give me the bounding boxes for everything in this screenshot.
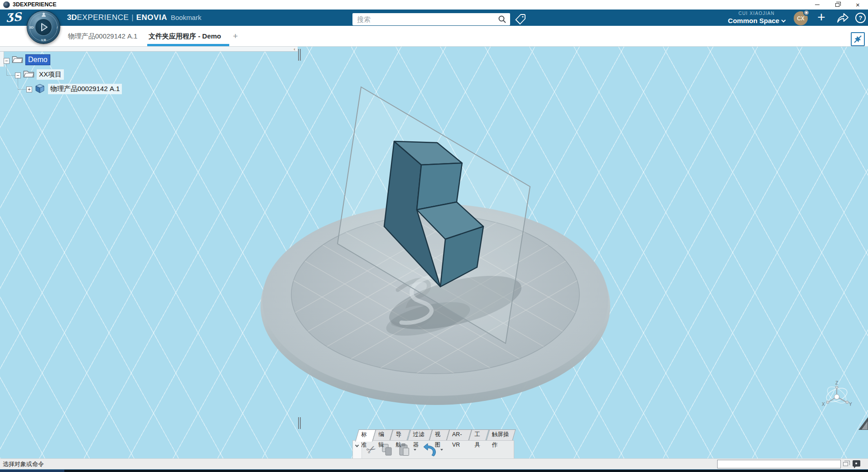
- tree-connector: [7, 75, 15, 76]
- user-context[interactable]: CUI XIAOJIAN Common Space: [720, 11, 793, 24]
- search-input[interactable]: [352, 15, 498, 23]
- tree-connector: [18, 78, 18, 89]
- status-message: 选择对象或命令: [3, 459, 44, 469]
- chat-bubble-icon[interactable]: [853, 460, 860, 467]
- compass-play-icon: [42, 24, 47, 31]
- tree-connector: [6, 64, 7, 75]
- user-name: CUI XIAOJIAN: [720, 11, 793, 16]
- tree-expander-product[interactable]: +: [26, 87, 32, 92]
- splitter-grip-bottom[interactable]: [298, 417, 301, 429]
- collapse-view-button[interactable]: [851, 32, 865, 46]
- toolbar-tab-arvr[interactable]: AR-VR: [448, 429, 470, 440]
- search-icon[interactable]: [498, 15, 506, 24]
- brand-title: 3DEXPERIENCE|ENOVIABookmark: [67, 10, 201, 26]
- app-window-icon: [3, 1, 10, 8]
- tree-expander-project[interactable]: −: [15, 72, 21, 78]
- tag-icon[interactable]: [515, 14, 526, 25]
- add-tab-button[interactable]: +: [233, 26, 238, 47]
- 3dexperience-compass[interactable]: 3D V.R i: [27, 10, 60, 44]
- taskbar-edge: [0, 469, 868, 472]
- toolbar-icon-row: ✂: [352, 440, 514, 459]
- window-title: 3DEXPERIENCE: [13, 0, 57, 10]
- axis-y-label: Y: [849, 402, 852, 407]
- active-tab-underline: [147, 44, 229, 46]
- tree-expander-demo[interactable]: −: [4, 58, 10, 64]
- toolbar-tab-edit[interactable]: 编辑: [374, 429, 391, 440]
- action-toolbar: 标准 编辑 导航 过滤器 视图 AR-VR 工具 触屏操作 ✂: [352, 429, 514, 459]
- tree-connector: [18, 89, 26, 90]
- tree-item-project[interactable]: XX项目: [37, 69, 64, 80]
- avatar-initials: CX: [797, 15, 805, 22]
- tree-hscrollbar[interactable]: ‹: [0, 47, 298, 52]
- toolbar-tabs: 标准 编辑 导航 过滤器 视图 AR-VR 工具 触屏操作: [357, 429, 514, 440]
- window-small-icon[interactable]: [843, 462, 848, 466]
- avatar-status-badge: [803, 10, 810, 16]
- window-titlebar[interactable]: 3DEXPERIENCE ×: [0, 0, 868, 10]
- compass-core[interactable]: [35, 19, 52, 36]
- brand-experience: EXPERIENCE: [77, 13, 129, 22]
- toolbar-tab-standard[interactable]: 标准: [357, 429, 374, 440]
- tree-item-demo[interactable]: Demo: [25, 54, 50, 65]
- restore-icon: [835, 3, 839, 7]
- toolbar-tab-view[interactable]: 视图: [431, 429, 448, 440]
- compass-vr-label: V.R: [41, 39, 46, 42]
- power-input-field[interactable]: [717, 460, 841, 468]
- tab-physical-product[interactable]: 物理产品00029142 A.1: [68, 26, 137, 47]
- collapse-arrows-icon: [852, 33, 864, 45]
- share-icon[interactable]: [836, 12, 849, 24]
- part-icon[interactable]: [34, 83, 46, 94]
- toolbar-tab-navigate[interactable]: 导航: [391, 429, 409, 440]
- splitter-grip-top[interactable]: [298, 49, 301, 61]
- taskbar-active-segment: [0, 470, 64, 472]
- top-bar: ƷS 3D V.R i 3DEXPERIENCE|ENOVIABookmark …: [0, 10, 868, 26]
- toolbar-tab-filter[interactable]: 过滤器: [409, 429, 431, 440]
- close-button[interactable]: ×: [848, 0, 868, 10]
- add-content-button[interactable]: +: [813, 10, 830, 26]
- tree-item-product[interactable]: 物理产品00029142 A.1: [48, 84, 122, 94]
- brand-context: Bookmark: [167, 14, 202, 21]
- minimize-button[interactable]: [807, 0, 827, 10]
- status-bar: 选择对象或命令: [0, 458, 868, 469]
- page-curl[interactable]: [858, 417, 868, 430]
- brand-divider: |: [129, 13, 136, 22]
- brand-3d: 3D: [67, 13, 77, 22]
- restore-button[interactable]: [827, 0, 848, 10]
- axis-x-label: X: [822, 402, 825, 407]
- folder-icon[interactable]: [12, 55, 23, 63]
- chevron-down-icon: [355, 443, 359, 447]
- compass-3d-label: 3D: [29, 25, 34, 29]
- collab-space-label[interactable]: Common Space: [728, 17, 779, 24]
- chevron-down-icon: [781, 18, 786, 23]
- toolbar-tab-touch[interactable]: 触屏操作: [488, 429, 514, 440]
- minimize-icon: [815, 5, 820, 5]
- axis-triad[interactable]: Z X Y: [822, 380, 852, 407]
- 3d-scene[interactable]: Z X Y: [0, 47, 868, 458]
- compass-person-icon: [43, 13, 45, 15]
- avatar[interactable]: CX: [794, 11, 808, 25]
- 3ds-logo: ƷS: [5, 9, 22, 26]
- app-tabbar: 物理产品00029142 A.1 文件夹应用程序 - Demo +: [0, 26, 868, 47]
- compass-i-label: i: [57, 25, 58, 29]
- help-button[interactable]: ?: [855, 13, 866, 23]
- folder-icon[interactable]: [23, 69, 34, 78]
- global-search[interactable]: [352, 13, 510, 25]
- brand-app: ENOVIA: [136, 13, 167, 22]
- close-icon: ×: [856, 0, 860, 10]
- axis-z-label: Z: [835, 380, 838, 385]
- undo-dropdown-icon[interactable]: [440, 449, 443, 451]
- toolbar-collapse-button[interactable]: [353, 441, 362, 458]
- toolbar-tab-tools[interactable]: 工具: [470, 429, 487, 440]
- chevron-left-icon[interactable]: ‹: [294, 47, 295, 51]
